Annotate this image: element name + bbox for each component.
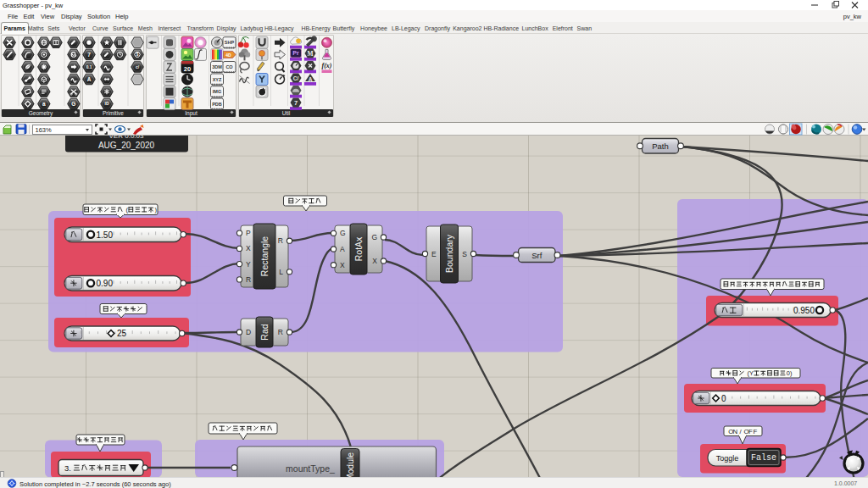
svg-text:Pr: Pr [292,50,299,56]
svg-text:D: D [246,328,251,336]
svg-text:G: G [340,229,346,237]
svg-text:F: F [748,428,753,435]
svg-text:R: R [278,328,283,336]
svg-text:Path: Path [652,141,669,151]
svg-text:Srf: Srf [531,251,542,260]
svg-text:G: G [71,101,75,107]
svg-text:A: A [309,76,313,82]
svg-text:Y: Y [246,260,251,269]
svg-text:1.50: 1.50 [97,230,114,240]
svg-text:P: P [246,229,251,237]
svg-text:4D: 4D [225,53,231,58]
svg-text:L: L [279,268,283,276]
svg-text:0.1: 0.1 [86,65,92,69]
svg-text:S: S [462,250,467,258]
svg-text:a: a [42,101,46,107]
svg-text:PDB: PDB [212,102,222,107]
svg-text:Boundary: Boundary [444,234,454,273]
svg-text:A: A [87,76,92,82]
svg-text:RotAx: RotAx [353,236,364,261]
svg-text:XYZ: XYZ [213,77,222,82]
svg-text:AUG_20_2020: AUG_20_2020 [98,141,155,150]
svg-text:R: R [246,275,251,284]
svg-text:mountType_: mountType_ [286,463,335,474]
svg-text:Rad: Rad [259,324,270,340]
svg-text:f(x): f(x) [322,62,332,69]
svg-text:Y: Y [749,369,754,377]
svg-text:0: 0 [721,394,726,403]
svg-text:c/: c/ [136,65,140,69]
svg-text:3DM: 3DM [212,64,222,69]
svg-text:Rectangle: Rectangle [259,236,270,276]
svg-text:False: False [751,453,776,463]
svg-text:SHP: SHP [225,40,235,45]
svg-text:X: X [340,261,345,269]
svg-text:7: 7 [294,99,298,107]
svg-text:C/: C/ [293,75,299,81]
svg-text:A: A [340,245,345,253]
svg-text:E: E [431,250,437,258]
svg-text:M: M [307,50,313,58]
svg-text:R: R [278,236,283,245]
svg-text:3.: 3. [64,463,71,473]
svg-text:ID: ID [105,102,109,106]
svg-text:): ) [790,369,792,377]
svg-text:X: X [372,257,377,265]
svg-text:Module: Module [345,452,355,477]
svg-text:X: X [246,244,251,252]
svg-text:7: 7 [87,52,91,58]
svg-text:0.950: 0.950 [793,306,815,315]
svg-text:IMG: IMG [213,89,221,94]
svg-text:CO: CO [225,64,233,69]
svg-text:G: G [371,233,377,241]
svg-text:Toggle: Toggle [716,454,739,463]
svg-text:20: 20 [184,65,191,73]
svg-text:0.90: 0.90 [97,279,114,288]
svg-text:N: N [733,428,738,435]
svg-text:VER 0.0.03: VER 0.0.03 [109,136,144,140]
svg-text:25: 25 [117,329,127,338]
svg-text:F: F [753,428,757,435]
